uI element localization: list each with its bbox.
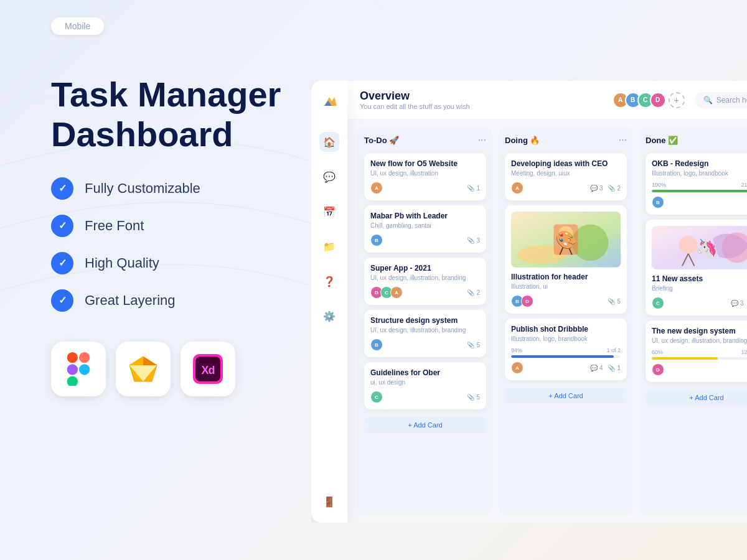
card-done-2-footer: C 💬3 📎2 [652,297,747,309]
avatars-group: A B C D + [613,92,685,108]
svg-rect-2 [67,364,78,375]
svg-point-16 [517,246,566,264]
card-todo-2-title: Mabar Pb with Leader [370,212,480,220]
avatar-4: D [650,92,666,108]
svg-rect-0 [67,352,78,363]
doing-column: Doing 🔥 ··· Developing ideas with CEO Me… [499,127,633,515]
sidebar-chat-icon[interactable]: 💬 [319,167,339,187]
card-done-3-tags: UI, ux design, illustration, branding [652,337,747,344]
card-todo-1-title: New flow for O5 Website [370,159,480,168]
card-todo-2-tags: Chill, gambling, santai [370,222,480,229]
svg-point-4 [79,364,90,375]
svg-point-18 [558,226,573,240]
main-title: Task Manager Dashboard [51,75,312,155]
card-todo-1-footer: A 📎1 [370,182,480,194]
card-done-3: The new design system UI, ux design, ill… [646,320,747,382]
doing-col-title: Doing 🔥 [505,136,540,145]
card-doing-3: Publish shot Dribbble Illustration, logo… [505,319,627,380]
sidebar-folder-icon[interactable]: 📁 [319,236,339,256]
illustration-header-image [511,212,621,268]
doing-col-menu[interactable]: ··· [619,134,627,146]
card-doing-1-tags: Meeting, design, uiux [511,170,621,177]
card-todo-4-footer: B 📎5 [370,338,480,351]
svg-point-23 [679,235,697,253]
feature-item-2: ✓ Free Font [51,215,312,237]
add-member-button[interactable]: + [669,92,685,108]
sidebar-logout-icon[interactable]: 🚪 [319,492,339,511]
card-todo-4-title: Structure design system [370,316,480,325]
mobile-tag: Mobile [51,17,104,35]
sidebar-settings-icon[interactable]: ⚙️ [319,306,339,326]
card-doing-1: Developing ideas with CEO Meeting, desig… [505,153,627,200]
done-1-progress: 100% 21 of 21 [652,182,747,192]
sidebar-home-icon[interactable]: 🏠 [319,132,339,152]
card-done-3-title: The new design system [652,327,747,335]
todo-col-title: To-Do 🚀 [364,136,399,145]
feature-label-1: Fully Customizable [85,180,200,197]
check-icon-4: ✓ [51,289,73,312]
card-todo-3: Super App - 2021 UI, ux design, illustra… [364,258,486,305]
card-doing-2-title: Illustration for header [511,273,621,281]
tools-row: Xd [51,342,312,396]
main-content: Overview You can edit all the stuff as y… [347,81,747,523]
todo-col-header: To-Do 🚀 ··· [364,134,486,146]
card-todo-3-title: Super App - 2021 [370,264,480,273]
card-doing-2-tags: Illustration, ui [511,283,621,290]
kanban-board: To-Do 🚀 ··· New flow for O5 Website UI, … [347,119,747,523]
card-todo-1-tags: UI, ux design, illustration [370,170,480,177]
doing-col-header: Doing 🔥 ··· [505,134,627,146]
card-done-1-footer: B 📎1 [652,196,747,208]
done-column: Done ✅ ··· OKB - Redesign Illustration, … [639,127,747,515]
card-doing-3-tags: Illustration, logo, brandbook [511,335,621,342]
check-icon-3: ✓ [51,252,73,274]
xd-logo: Xd [193,354,223,384]
card-todo-2-footer: B 📎3 [370,234,480,246]
overview-section: Overview You can edit all the stuff as y… [360,90,603,110]
card-todo-5-footer: C 📎5 [370,391,480,403]
todo-col-menu[interactable]: ··· [478,134,486,146]
sidebar-help-icon[interactable]: ❓ [319,271,339,291]
overview-subtitle: You can edit all the stuff as you wish [360,103,603,110]
figma-icon [51,342,106,396]
card-todo-5-title: Guidelines for Ober [370,368,480,377]
dashboard-mockup: 🏠 💬 📅 📁 ❓ ⚙️ 🚪 Overview You can edit all… [311,81,747,523]
feature-item-1: ✓ Fully Customizable [51,177,312,200]
new-assets-image [652,226,747,269]
done-col-title: Done ✅ [646,136,678,145]
card-done-1-tags: Illustration, logo, brandbook [652,170,747,177]
doing-add-card-button[interactable]: + Add Card [505,388,627,404]
feature-label-3: High Quality [85,255,159,271]
card-todo-1: New flow for O5 Website UI, ux design, i… [364,153,486,200]
doing-3-progress: 94% 1 of 2 [511,347,621,358]
search-icon: 🔍 [703,96,713,105]
done-add-card-button[interactable]: + Add Card [646,390,747,406]
feature-item-4: ✓ Great Layering [51,289,312,312]
card-doing-1-footer: A 💬3 📎2 [511,182,621,194]
todo-column: To-Do 🚀 ··· New flow for O5 Website UI, … [358,127,492,515]
card-done-2-title: 11 New assets [652,274,747,283]
feature-item-3: ✓ High Quality [51,252,312,274]
top-header: Overview You can edit all the stuff as y… [347,81,747,119]
xd-icon: Xd [181,342,235,396]
features-list: ✓ Fully Customizable ✓ Free Font ✓ High … [51,177,312,312]
card-done-2-tags: Briefing [652,285,747,292]
card-doing-3-footer: A 💬4 📎1 [511,362,621,374]
card-doing-2: Illustration for header Illustration, ui… [505,205,627,314]
sketch-icon [116,342,171,396]
card-done-1: OKB - Redesign Illustration, logo, brand… [646,153,747,215]
left-panel: Task Manager Dashboard ✓ Fully Customiza… [51,75,312,396]
done-col-header: Done ✅ ··· [646,134,747,146]
card-todo-5: Guidelines for Ober ui, ux design C 📎5 [364,362,486,409]
done-3-progress: 60% 12 of 54 [652,349,747,360]
app-logo [319,92,339,112]
card-todo-4: Structure design system UI, ux design, i… [364,310,486,357]
sidebar-calendar-icon[interactable]: 📅 [319,202,339,222]
card-done-1-title: OKB - Redesign [652,159,747,168]
overview-title: Overview [360,90,603,103]
svg-rect-17 [553,225,578,255]
todo-add-card-button[interactable]: + Add Card [364,417,486,433]
search-bar[interactable]: 🔍 Search here... [695,92,747,108]
feature-label-4: Great Layering [85,292,176,309]
svg-rect-1 [79,352,90,363]
card-done-3-footer: D 📎1 [652,363,747,376]
